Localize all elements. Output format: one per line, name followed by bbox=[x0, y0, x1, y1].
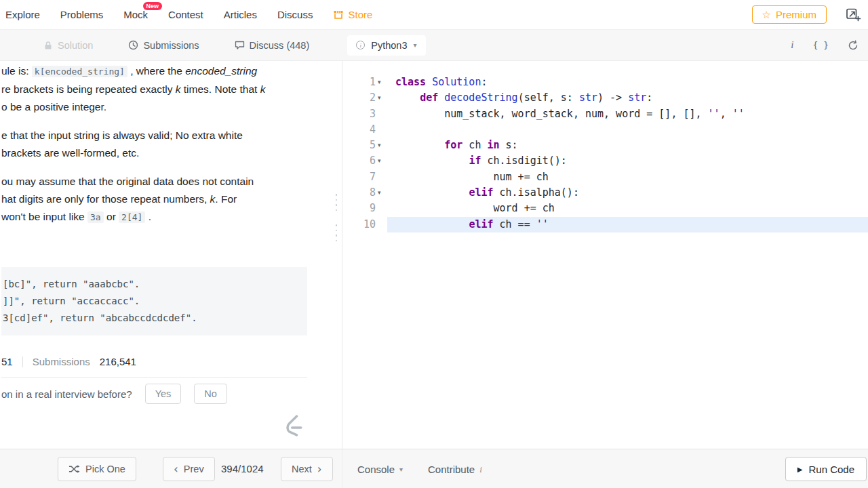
nav-discuss[interactable]: Discuss bbox=[277, 9, 313, 20]
text-segment: re brackets is being repeated exactly bbox=[1, 83, 176, 95]
contribute-label: Contribute bbox=[428, 464, 475, 475]
fold-icon[interactable]: ▾ bbox=[376, 138, 387, 153]
premium-button[interactable]: ☆ Premium bbox=[752, 5, 827, 24]
text-segment: ule is: bbox=[1, 65, 32, 77]
yes-button[interactable]: Yes bbox=[145, 384, 182, 404]
line-gutter: 3 bbox=[342, 106, 387, 122]
code-token: ch bbox=[462, 139, 487, 151]
nav-right: ☆ Premium bbox=[752, 5, 861, 24]
accepted-count: 51 bbox=[1, 356, 13, 367]
code-token bbox=[395, 155, 469, 167]
nav-links: Explore Problems Mock New Contest Articl… bbox=[5, 9, 372, 20]
editor-toolbar: Solution Submissions Discuss (448) i Pyt… bbox=[0, 30, 868, 61]
problem-line: o be a positive integer. bbox=[1, 98, 306, 116]
line-gutter: 1▾ bbox=[342, 75, 387, 90]
editor-line[interactable]: 6▾ if ch.isdigit(): bbox=[342, 153, 868, 169]
code-token: if bbox=[469, 155, 481, 167]
format-code-icon[interactable]: { } bbox=[813, 40, 829, 50]
toolbar-right-icons: i { } bbox=[791, 39, 868, 51]
editor-line[interactable]: 10 elif ch == '' bbox=[342, 217, 868, 232]
editor-line[interactable]: 1▾class Solution: bbox=[342, 75, 868, 90]
shuffle-icon bbox=[68, 464, 80, 474]
line-gutter: 6▾ bbox=[342, 153, 387, 169]
fold-icon[interactable]: ▾ bbox=[376, 153, 387, 169]
code-token: str bbox=[579, 92, 597, 104]
no-button[interactable]: No bbox=[194, 384, 227, 404]
editor-line[interactable]: 5▾ for ch in s: bbox=[342, 138, 868, 153]
code-token bbox=[395, 92, 420, 104]
contribute-link[interactable]: Contribute i bbox=[428, 464, 482, 475]
text-segment: brackets are well-formed, etc. bbox=[1, 147, 139, 159]
language-selector[interactable]: i Python3 ▾ bbox=[347, 35, 425, 56]
panel-resizer[interactable] bbox=[334, 194, 339, 241]
play-icon: ▶ bbox=[797, 466, 803, 473]
store-icon bbox=[333, 9, 344, 20]
fold-icon[interactable]: ▾ bbox=[376, 90, 387, 106]
resizer-dots bbox=[334, 194, 339, 211]
code-text: for ch in s: bbox=[387, 138, 868, 153]
code-token bbox=[395, 186, 469, 199]
clock-icon bbox=[128, 40, 138, 50]
italic-text: k bbox=[176, 83, 181, 95]
editor-line[interactable]: 4 bbox=[342, 122, 868, 138]
editor-line[interactable]: 8▾ elif ch.isalpha(): bbox=[342, 185, 868, 201]
nav-explore[interactable]: Explore bbox=[5, 9, 40, 20]
problem-line: brackets are well-formed, etc. bbox=[1, 144, 306, 162]
code-token: (self, s: bbox=[518, 92, 579, 104]
code-token: in bbox=[487, 139, 499, 151]
pick-one-button[interactable]: Pick One bbox=[58, 457, 136, 481]
language-value: Python3 bbox=[371, 40, 407, 51]
code-text: num += ch bbox=[387, 169, 868, 185]
text-segment: or bbox=[104, 211, 119, 222]
editor-line[interactable]: 2▾ def decodeString(self, s: str) -> str… bbox=[342, 90, 868, 106]
problem-line: ou may assume that the original data doe… bbox=[1, 173, 306, 190]
code-token: word += ch bbox=[395, 202, 555, 214]
editor-line[interactable]: 3 num_stack, word_stack, num, word = [],… bbox=[342, 106, 868, 122]
example-line: 3[cd]ef", return "abcabccdcdcdef". bbox=[3, 310, 307, 327]
tab-submissions[interactable]: Submissions bbox=[111, 30, 216, 60]
tab-solution[interactable]: Solution bbox=[26, 30, 111, 60]
main-area: ule is: k[encoded_string] , where the en… bbox=[0, 61, 868, 449]
prev-button[interactable]: ‹ Prev bbox=[163, 457, 215, 481]
problem-paragraph: ou may assume that the original data doe… bbox=[1, 173, 306, 226]
next-label: Next bbox=[292, 464, 312, 474]
nav-articles[interactable]: Articles bbox=[224, 9, 257, 20]
signup-icon[interactable] bbox=[846, 7, 861, 22]
code-text: elif ch == '' bbox=[387, 217, 868, 232]
fold-icon[interactable]: ▾ bbox=[376, 75, 387, 90]
info-icon[interactable]: i bbox=[791, 39, 793, 51]
nav-store[interactable]: Store bbox=[333, 9, 372, 20]
editor-lines: 1▾class Solution:2▾ def decodeString(sel… bbox=[342, 75, 868, 232]
inline-code: 2[4] bbox=[119, 211, 145, 223]
editor-line[interactable]: 9 word += ch bbox=[342, 201, 868, 216]
horizontal-divider bbox=[1, 377, 307, 378]
problem-paragraph: ule is: k[encoded_string] , where the en… bbox=[1, 62, 306, 116]
code-token: def bbox=[420, 92, 438, 104]
toolbar-tabs: Solution Submissions Discuss (448) i Pyt… bbox=[26, 30, 426, 60]
tab-discuss[interactable]: Discuss (448) bbox=[217, 30, 328, 60]
nav-contest[interactable]: Contest bbox=[168, 9, 203, 20]
inline-code: 3a bbox=[87, 211, 104, 223]
italic-text: encoded_string bbox=[185, 65, 257, 77]
text-segment: won't be input like bbox=[1, 211, 87, 222]
code-token: '' bbox=[708, 108, 720, 120]
line-gutter: 2▾ bbox=[342, 90, 387, 106]
code-text: word += ch bbox=[387, 201, 868, 216]
tab-solution-label: Solution bbox=[58, 40, 93, 51]
leetcode-logo-icon bbox=[282, 413, 305, 441]
tab-discuss-label: Discuss (448) bbox=[250, 40, 310, 51]
nav-mock[interactable]: Mock New bbox=[123, 9, 148, 20]
problem-line: re brackets is being repeated exactly k … bbox=[1, 81, 306, 98]
next-button[interactable]: Next › bbox=[281, 457, 333, 481]
code-token bbox=[438, 92, 444, 104]
chevron-right-icon: › bbox=[317, 464, 322, 475]
nav-problems[interactable]: Problems bbox=[60, 9, 103, 20]
editor-line[interactable]: 7 num += ch bbox=[342, 169, 868, 185]
fold-icon[interactable]: ▾ bbox=[376, 185, 387, 201]
code-editor[interactable]: 1▾class Solution:2▾ def decodeString(sel… bbox=[342, 61, 868, 449]
reset-code-icon[interactable] bbox=[848, 40, 859, 51]
line-number: 4 bbox=[370, 122, 376, 138]
line-number: 5 bbox=[370, 138, 376, 153]
run-code-button[interactable]: ▶ Run Code bbox=[785, 457, 867, 481]
console-toggle[interactable]: Console ▾ bbox=[357, 464, 403, 475]
